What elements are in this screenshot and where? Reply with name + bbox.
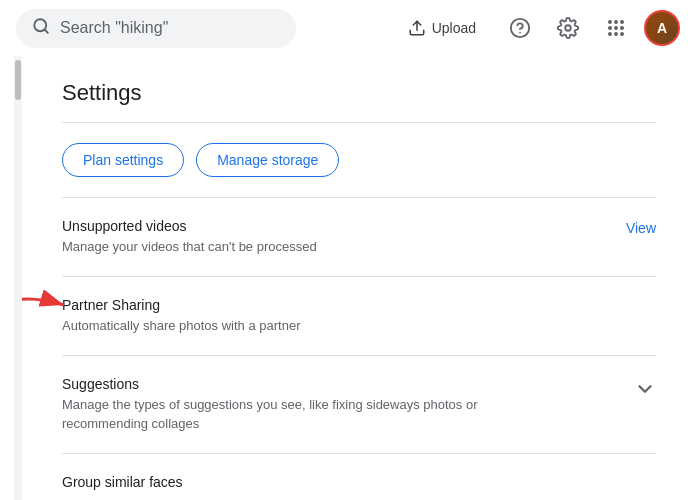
group-similar-faces-title: Group similar faces	[62, 474, 656, 490]
suggestions-desc: Manage the types of suggestions you see,…	[62, 396, 562, 432]
settings-container: Settings Plan settings Manage storage Un…	[22, 56, 696, 500]
layout: Settings Plan settings Manage storage Un…	[0, 56, 696, 500]
svg-line-1	[44, 29, 47, 32]
partner-sharing-content: Partner Sharing Automatically share phot…	[62, 297, 656, 335]
upload-label: Upload	[432, 20, 476, 36]
partner-sharing-desc: Automatically share photos with a partne…	[62, 317, 562, 335]
page-title: Settings	[62, 72, 656, 106]
upload-icon	[408, 19, 426, 37]
help-button[interactable]	[500, 8, 540, 48]
sidebar-scrollbar[interactable]	[14, 56, 22, 500]
manage-storage-tab[interactable]: Manage storage	[196, 143, 339, 177]
sidebar	[0, 56, 22, 500]
header-actions: Upload A	[392, 8, 680, 48]
unsupported-videos-view-link[interactable]: View	[626, 218, 656, 236]
search-bar[interactable]: Search "hiking"	[16, 9, 296, 48]
header: Search "hiking" Upload A	[0, 0, 696, 56]
upload-button[interactable]: Upload	[392, 11, 492, 45]
avatar-initials: A	[657, 20, 667, 36]
suggestions-section: Suggestions Manage the types of suggesti…	[62, 356, 656, 453]
avatar[interactable]: A	[644, 10, 680, 46]
unsupported-videos-title: Unsupported videos	[62, 218, 626, 234]
partner-sharing-section: Partner Sharing Automatically share phot…	[62, 277, 656, 356]
settings-button[interactable]	[548, 8, 588, 48]
suggestions-title: Suggestions	[62, 376, 634, 392]
grid-icon	[604, 16, 628, 40]
apps-button[interactable]	[596, 8, 636, 48]
group-similar-faces-section: Group similar faces	[62, 454, 656, 500]
help-icon	[509, 17, 531, 39]
plan-settings-tab[interactable]: Plan settings	[62, 143, 184, 177]
unsupported-videos-section: Unsupported videos Manage your videos th…	[62, 198, 656, 277]
suggestions-content: Suggestions Manage the types of suggesti…	[62, 376, 634, 432]
sidebar-scroll-thumb	[15, 60, 21, 100]
search-input-text: Search "hiking"	[60, 19, 168, 37]
tab-buttons: Plan settings Manage storage	[62, 123, 656, 197]
group-similar-faces-content: Group similar faces	[62, 474, 656, 494]
search-icon	[32, 17, 50, 40]
suggestions-chevron-icon[interactable]	[634, 376, 656, 405]
svg-point-5	[565, 25, 571, 31]
unsupported-videos-content: Unsupported videos Manage your videos th…	[62, 218, 626, 256]
unsupported-videos-desc: Manage your videos that can't be process…	[62, 238, 562, 256]
partner-sharing-title: Partner Sharing	[62, 297, 656, 313]
main-content: Settings Plan settings Manage storage Un…	[22, 56, 696, 500]
gear-icon	[557, 17, 579, 39]
